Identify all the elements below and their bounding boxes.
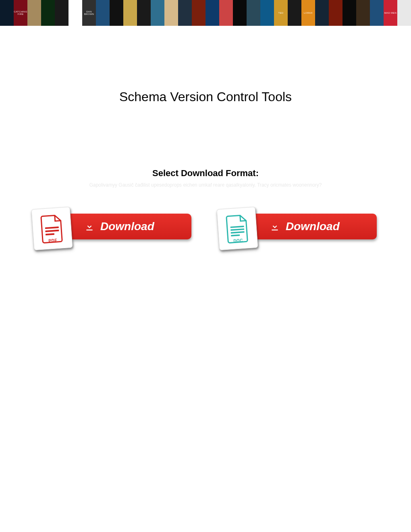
faint-watermark-text: Gapolivamyy Gausič čađilist upesedoprops… <box>0 175 411 189</box>
svg-rect-4 <box>230 229 244 231</box>
banner-tile <box>397 0 411 26</box>
banner-tile <box>329 0 342 26</box>
doc-badge: DOC <box>217 207 258 250</box>
banner-tile <box>219 0 233 26</box>
pdf-badge-label: PDF <box>34 237 72 245</box>
banner-tile <box>41 0 55 26</box>
download-pdf-pill: Download <box>66 214 191 239</box>
banner-tile <box>178 0 192 26</box>
banner-tile <box>370 0 384 26</box>
banner-tile <box>315 0 329 26</box>
banner-tile: ted <box>274 0 288 26</box>
banner-tile: MAD MEN <box>384 0 397 26</box>
download-arrow-icon <box>84 221 95 232</box>
banner-tile <box>260 0 274 26</box>
banner-tile <box>96 0 110 26</box>
svg-rect-2 <box>46 233 54 236</box>
banner-tile: DAN BROWN <box>82 0 96 26</box>
banner-tile <box>233 0 247 26</box>
banner-tile <box>123 0 137 26</box>
banner-tile <box>55 0 68 26</box>
download-pdf-label: Download <box>100 220 154 233</box>
download-buttons-row: Download PDF Download <box>0 208 411 249</box>
banner-tile <box>151 0 164 26</box>
banner-tile <box>164 0 178 26</box>
doc-badge-label: DOC <box>219 237 257 245</box>
page-title: Schema Version Control Tools <box>0 89 411 104</box>
download-doc-label: Download <box>286 220 340 233</box>
banner-tile <box>288 0 301 26</box>
svg-rect-3 <box>230 226 244 228</box>
pdf-badge: PDF <box>31 207 73 250</box>
download-arrow-icon <box>270 221 280 232</box>
download-doc-pill: Download <box>252 214 377 239</box>
svg-rect-1 <box>45 230 59 232</box>
banner-tile <box>247 0 260 26</box>
download-pdf-button[interactable]: Download PDF <box>33 208 193 249</box>
banner-tile <box>110 0 123 26</box>
banner-tile: CATCHING FIRE <box>14 0 27 26</box>
banner-tile <box>206 0 219 26</box>
banner-tile <box>137 0 151 26</box>
banner-tile <box>192 0 206 26</box>
download-doc-button[interactable]: Download DOC <box>218 208 378 249</box>
faint-line-1: Gapolivamyy Gausič čađilist upesedoprops… <box>89 182 322 188</box>
banner-tile <box>356 0 370 26</box>
banner-tile: LORAX <box>301 0 315 26</box>
banner-tile <box>27 0 41 26</box>
banner-tile <box>68 0 82 26</box>
top-banner-collage: CATCHING FIREDAN BROWNtedLORAXMAD MEN <box>0 0 411 26</box>
svg-rect-6 <box>231 235 240 237</box>
banner-tile <box>0 0 14 26</box>
svg-rect-5 <box>231 231 245 234</box>
banner-tile <box>342 0 356 26</box>
svg-rect-0 <box>45 227 59 229</box>
